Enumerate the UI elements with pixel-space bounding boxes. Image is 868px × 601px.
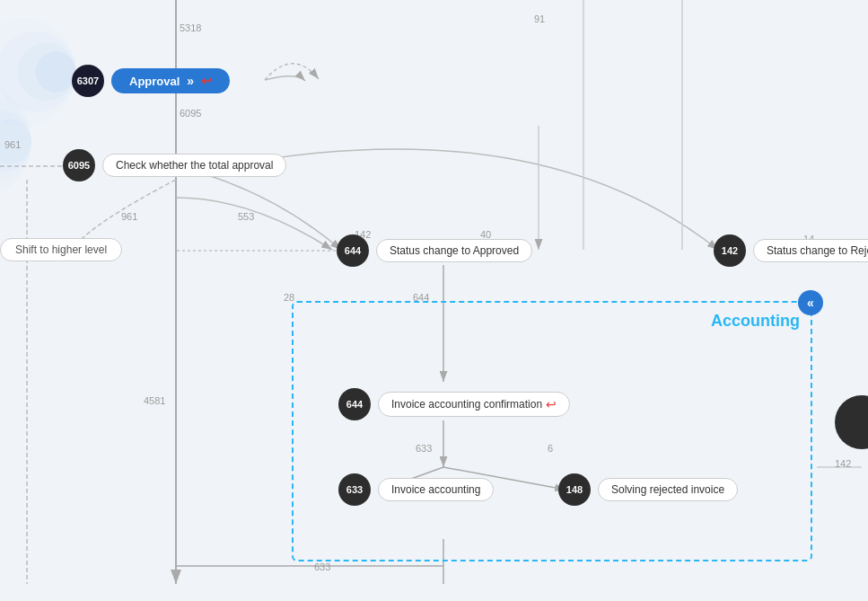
node-148-solving-rejected[interactable]: 148 Solving rejected invoice: [558, 473, 738, 506]
red-swoosh-icon: ↩: [546, 397, 557, 411]
red-arrow-icon: ↩: [201, 74, 212, 88]
workflow-canvas: 5318 6095 961 961 553 644 142 40 91 28 6…: [0, 0, 868, 601]
node-6307-text: Approval: [129, 75, 180, 88]
chevron-double-icon: »: [187, 74, 194, 88]
node-644-badge: 644: [337, 234, 369, 267]
accounting-title: Accounting: [711, 312, 800, 331]
edge-label-91: 91: [534, 13, 545, 24]
edge-label-6095: 6095: [180, 108, 201, 119]
edge-label-961-bottom: 961: [121, 211, 137, 222]
node-6307-label: Approval » ↩: [111, 68, 230, 93]
edge-label-961-left: 961: [4, 139, 21, 150]
node-633-invoice-accounting[interactable]: 633 Invoice accounting: [338, 473, 494, 506]
node-633-badge: 633: [338, 473, 371, 506]
node-6307-badge: 6307: [72, 65, 104, 97]
node-shift-higher-level[interactable]: Shift to higher level: [0, 238, 122, 261]
node-6095-label: Check whether the total approval: [102, 154, 286, 177]
node-644-invoice-confirm[interactable]: 644 Invoice accounting confirmation ↩: [338, 388, 570, 420]
node-142-status-label: Status change to Reject: [753, 239, 868, 262]
accounting-collapse-button[interactable]: «: [798, 290, 823, 315]
node-142-badge: 142: [714, 234, 746, 267]
node-644-invoice-text: Invoice accounting confirmation: [391, 398, 542, 411]
node-644-invoice-badge: 644: [338, 388, 371, 420]
node-644-status-label: Status change to Approved: [376, 239, 532, 262]
node-148-label: Solving rejected invoice: [598, 478, 738, 501]
node-148-badge: 148: [558, 473, 591, 506]
node-partial-right: [835, 395, 868, 449]
node-6307-approval[interactable]: 6307 Approval » ↩: [72, 65, 230, 97]
accounting-box: « Accounting 644 Invoice accounting conf…: [292, 301, 812, 561]
edge-label-28: 28: [284, 292, 294, 303]
node-6095-badge: 6095: [63, 149, 95, 181]
node-6095[interactable]: 6095 Check whether the total approval: [63, 149, 286, 181]
node-633-label: Invoice accounting: [378, 478, 494, 501]
edge-label-142-right: 142: [835, 458, 851, 469]
edge-label-4581: 4581: [144, 395, 165, 406]
edge-label-5318: 5318: [180, 22, 201, 33]
edge-label-553: 553: [238, 211, 254, 222]
node-644-invoice-label: Invoice accounting confirmation ↩: [378, 392, 570, 417]
edge-label-633-bottom: 633: [314, 561, 330, 572]
node-142-status-rejected[interactable]: 142 Status change to Reject: [714, 234, 868, 267]
node-644-status-approved[interactable]: 644 Status change to Approved: [337, 234, 532, 267]
